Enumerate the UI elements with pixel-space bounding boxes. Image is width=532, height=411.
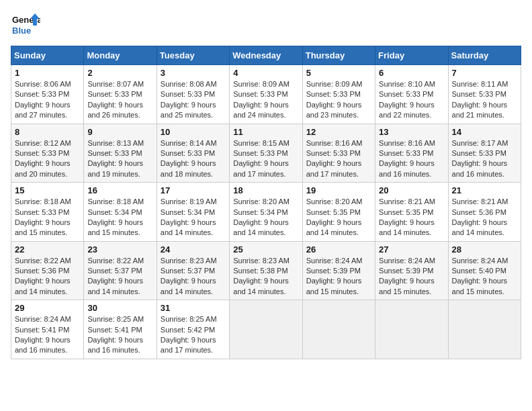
cell-info: Sunrise: 8:15 AM Sunset: 5:33 PM Dayligh… — [233, 138, 298, 180]
day-header-sunday: Sunday — [11, 46, 84, 65]
cell-info: Sunrise: 8:13 AM Sunset: 5:33 PM Dayligh… — [87, 138, 152, 180]
calendar-cell: 3 Sunrise: 8:08 AM Sunset: 5:33 PM Dayli… — [157, 65, 229, 124]
calendar-cell: 10 Sunrise: 8:14 AM Sunset: 5:33 PM Dayl… — [157, 124, 229, 183]
day-header-friday: Friday — [375, 46, 448, 65]
cell-info: Sunrise: 8:06 AM Sunset: 5:33 PM Dayligh… — [15, 79, 80, 121]
calendar-cell: 29 Sunrise: 8:24 AM Sunset: 5:41 PM Dayl… — [11, 300, 84, 359]
cell-info: Sunrise: 8:09 AM Sunset: 5:33 PM Dayligh… — [306, 79, 371, 121]
day-number: 24 — [161, 244, 226, 255]
cell-info: Sunrise: 8:21 AM Sunset: 5:35 PM Dayligh… — [379, 197, 444, 238]
calendar-cell: 28 Sunrise: 8:24 AM Sunset: 5:40 PM Dayl… — [448, 241, 521, 300]
cell-info: Sunrise: 8:24 AM Sunset: 5:39 PM Dayligh… — [379, 256, 444, 298]
day-number: 28 — [452, 244, 517, 255]
calendar-week-row: 22 Sunrise: 8:22 AM Sunset: 5:36 PM Dayl… — [11, 241, 521, 300]
calendar-cell: 4 Sunrise: 8:09 AM Sunset: 5:33 PM Dayli… — [230, 65, 302, 124]
day-number: 2 — [87, 68, 152, 78]
day-number: 6 — [379, 68, 444, 78]
day-number: 25 — [233, 244, 298, 255]
calendar-cell — [448, 300, 521, 359]
day-number: 18 — [233, 185, 298, 195]
calendar-cell: 6 Sunrise: 8:10 AM Sunset: 5:33 PM Dayli… — [375, 65, 448, 124]
logo: General Blue — [11, 11, 40, 40]
cell-info: Sunrise: 8:20 AM Sunset: 5:35 PM Dayligh… — [306, 197, 371, 238]
calendar-cell — [302, 300, 375, 359]
cell-info: Sunrise: 8:17 AM Sunset: 5:33 PM Dayligh… — [452, 138, 517, 180]
calendar-cell: 24 Sunrise: 8:23 AM Sunset: 5:37 PM Dayl… — [157, 241, 229, 300]
calendar-week-row: 8 Sunrise: 8:12 AM Sunset: 5:33 PM Dayli… — [11, 124, 521, 183]
cell-info: Sunrise: 8:14 AM Sunset: 5:33 PM Dayligh… — [161, 138, 226, 180]
calendar-cell — [375, 300, 448, 359]
logo-icon: General Blue — [11, 11, 40, 40]
day-number: 13 — [379, 127, 444, 137]
day-number: 21 — [452, 185, 517, 195]
day-number: 5 — [306, 68, 371, 78]
day-number: 26 — [306, 244, 371, 255]
calendar-cell: 5 Sunrise: 8:09 AM Sunset: 5:33 PM Dayli… — [302, 65, 375, 124]
day-number: 31 — [161, 303, 226, 313]
cell-info: Sunrise: 8:11 AM Sunset: 5:33 PM Dayligh… — [452, 79, 517, 121]
calendar-cell: 8 Sunrise: 8:12 AM Sunset: 5:33 PM Dayli… — [11, 124, 84, 183]
day-number: 4 — [233, 68, 298, 78]
day-number: 17 — [161, 185, 226, 195]
day-number: 1 — [15, 68, 80, 78]
day-number: 8 — [15, 127, 80, 137]
calendar-cell: 20 Sunrise: 8:21 AM Sunset: 5:35 PM Dayl… — [375, 183, 448, 242]
calendar-cell: 9 Sunrise: 8:13 AM Sunset: 5:33 PM Dayli… — [84, 124, 157, 183]
cell-info: Sunrise: 8:18 AM Sunset: 5:33 PM Dayligh… — [15, 197, 80, 238]
calendar-table: SundayMondayTuesdayWednesdayThursdayFrid… — [11, 46, 521, 359]
calendar-cell: 13 Sunrise: 8:16 AM Sunset: 5:33 PM Dayl… — [375, 124, 448, 183]
cell-info: Sunrise: 8:23 AM Sunset: 5:37 PM Dayligh… — [161, 256, 226, 298]
day-number: 15 — [15, 185, 80, 195]
calendar-cell: 16 Sunrise: 8:18 AM Sunset: 5:34 PM Dayl… — [84, 183, 157, 242]
day-number: 16 — [87, 185, 152, 195]
cell-info: Sunrise: 8:24 AM Sunset: 5:39 PM Dayligh… — [306, 256, 371, 298]
cell-info: Sunrise: 8:25 AM Sunset: 5:41 PM Dayligh… — [87, 314, 152, 356]
calendar-cell: 23 Sunrise: 8:22 AM Sunset: 5:37 PM Dayl… — [84, 241, 157, 300]
cell-info: Sunrise: 8:19 AM Sunset: 5:34 PM Dayligh… — [161, 197, 226, 238]
calendar-cell: 2 Sunrise: 8:07 AM Sunset: 5:33 PM Dayli… — [84, 65, 157, 124]
calendar-cell: 11 Sunrise: 8:15 AM Sunset: 5:33 PM Dayl… — [230, 124, 302, 183]
calendar-cell: 19 Sunrise: 8:20 AM Sunset: 5:35 PM Dayl… — [302, 183, 375, 242]
day-number: 11 — [233, 127, 298, 137]
day-number: 12 — [306, 127, 371, 137]
day-number: 9 — [87, 127, 152, 137]
day-number: 3 — [161, 68, 226, 78]
calendar-cell: 12 Sunrise: 8:16 AM Sunset: 5:33 PM Dayl… — [302, 124, 375, 183]
calendar-cell: 15 Sunrise: 8:18 AM Sunset: 5:33 PM Dayl… — [11, 183, 84, 242]
cell-info: Sunrise: 8:12 AM Sunset: 5:33 PM Dayligh… — [15, 138, 80, 180]
calendar-week-row: 1 Sunrise: 8:06 AM Sunset: 5:33 PM Dayli… — [11, 65, 521, 124]
cell-info: Sunrise: 8:20 AM Sunset: 5:34 PM Dayligh… — [233, 197, 298, 238]
calendar-cell: 31 Sunrise: 8:25 AM Sunset: 5:42 PM Dayl… — [157, 300, 229, 359]
calendar-cell — [230, 300, 302, 359]
calendar-cell: 30 Sunrise: 8:25 AM Sunset: 5:41 PM Dayl… — [84, 300, 157, 359]
calendar-cell: 17 Sunrise: 8:19 AM Sunset: 5:34 PM Dayl… — [157, 183, 229, 242]
calendar-cell: 26 Sunrise: 8:24 AM Sunset: 5:39 PM Dayl… — [302, 241, 375, 300]
calendar-cell: 14 Sunrise: 8:17 AM Sunset: 5:33 PM Dayl… — [448, 124, 521, 183]
calendar-header-row: SundayMondayTuesdayWednesdayThursdayFrid… — [11, 46, 521, 65]
cell-info: Sunrise: 8:22 AM Sunset: 5:37 PM Dayligh… — [87, 256, 152, 298]
day-number: 22 — [15, 244, 80, 255]
day-header-thursday: Thursday — [302, 46, 375, 65]
day-header-monday: Monday — [84, 46, 157, 65]
day-header-wednesday: Wednesday — [230, 46, 302, 65]
calendar-cell: 18 Sunrise: 8:20 AM Sunset: 5:34 PM Dayl… — [230, 183, 302, 242]
day-number: 29 — [15, 303, 80, 313]
calendar-cell: 7 Sunrise: 8:11 AM Sunset: 5:33 PM Dayli… — [448, 65, 521, 124]
cell-info: Sunrise: 8:24 AM Sunset: 5:40 PM Dayligh… — [452, 256, 517, 298]
calendar-cell: 25 Sunrise: 8:23 AM Sunset: 5:38 PM Dayl… — [230, 241, 302, 300]
cell-info: Sunrise: 8:24 AM Sunset: 5:41 PM Dayligh… — [15, 314, 80, 356]
cell-info: Sunrise: 8:18 AM Sunset: 5:34 PM Dayligh… — [87, 197, 152, 238]
cell-info: Sunrise: 8:16 AM Sunset: 5:33 PM Dayligh… — [306, 138, 371, 180]
cell-info: Sunrise: 8:10 AM Sunset: 5:33 PM Dayligh… — [379, 79, 444, 121]
calendar-week-row: 15 Sunrise: 8:18 AM Sunset: 5:33 PM Dayl… — [11, 183, 521, 242]
cell-info: Sunrise: 8:25 AM Sunset: 5:42 PM Dayligh… — [161, 314, 226, 356]
calendar-cell: 21 Sunrise: 8:21 AM Sunset: 5:36 PM Dayl… — [448, 183, 521, 242]
cell-info: Sunrise: 8:16 AM Sunset: 5:33 PM Dayligh… — [379, 138, 444, 180]
day-number: 19 — [306, 185, 371, 195]
cell-info: Sunrise: 8:07 AM Sunset: 5:33 PM Dayligh… — [87, 79, 152, 121]
calendar-cell: 1 Sunrise: 8:06 AM Sunset: 5:33 PM Dayli… — [11, 65, 84, 124]
calendar-week-row: 29 Sunrise: 8:24 AM Sunset: 5:41 PM Dayl… — [11, 300, 521, 359]
day-header-tuesday: Tuesday — [157, 46, 229, 65]
day-number: 30 — [87, 303, 152, 313]
day-header-saturday: Saturday — [448, 46, 521, 65]
